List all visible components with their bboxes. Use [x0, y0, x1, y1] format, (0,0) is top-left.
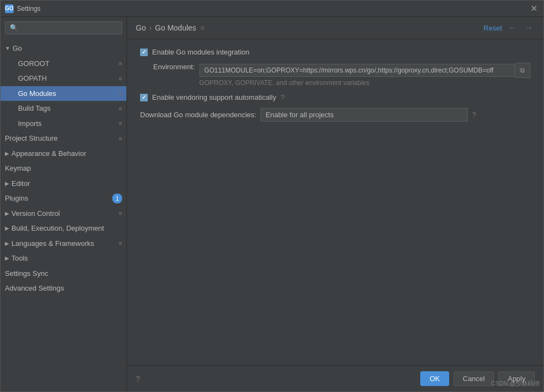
environment-input-wrap: ⧉ — [200, 63, 530, 78]
cancel-button[interactable]: Cancel — [454, 371, 494, 386]
env-copy-button[interactable]: ⧉ — [515, 63, 530, 78]
breadcrumb-parent: Go — [136, 23, 146, 32]
sidebar-item-advanced-settings-label: Advanced Settings — [5, 283, 64, 294]
enable-vendoring-label: Enable vendoring support automatically — [152, 93, 276, 101]
sidebar-item-go[interactable]: ▼ Go — [1, 41, 126, 56]
sidebar-item-languages-frameworks-label: Languages & Frameworks — [11, 238, 94, 249]
sidebar-item-plugins-label: Plugins — [5, 193, 28, 204]
download-help-icon[interactable]: ? — [472, 111, 476, 119]
sidebar-item-plugins[interactable]: Plugins 1 — [1, 191, 126, 206]
sidebar-item-imports-label: Imports — [18, 118, 41, 129]
project-structure-icon: ≡ — [119, 134, 122, 143]
main-header: Go › Go Modules ≡ Reset ← → — [127, 17, 543, 39]
sidebar-item-goroot[interactable]: GOROOT ≡ — [1, 56, 126, 71]
sidebar-nav: ▼ Go GOROOT ≡ GOPATH ≡ Go Modules ≡ — [1, 39, 126, 391]
expand-arrow-editor: ▶ — [5, 179, 9, 188]
window-title: Settings — [17, 5, 528, 13]
close-button[interactable]: ✕ — [528, 3, 539, 14]
sidebar-item-go-label: Go — [13, 43, 22, 54]
app-icon-text: GO — [5, 5, 14, 11]
search-box — [1, 17, 126, 39]
download-dependencies-row: Download Go module dependencies: Enable … — [140, 108, 530, 122]
sidebar-item-settings-sync[interactable]: Settings Sync — [1, 266, 126, 281]
sidebar-item-version-control[interactable]: ▶ Version Control ≡ — [1, 206, 126, 221]
sidebar-item-project-structure[interactable]: Project Structure ≡ — [1, 131, 126, 146]
build-tags-icon: ≡ — [119, 104, 122, 113]
sidebar-item-editor-label: Editor — [11, 178, 30, 189]
vendoring-help-icon[interactable]: ? — [281, 93, 285, 101]
environment-hint: GOPROXY, GOPRIVATE, and other environmen… — [200, 79, 530, 87]
help-footer-icon[interactable]: ? — [136, 375, 140, 383]
sidebar-item-version-control-label: Version Control — [11, 208, 60, 219]
expand-arrow-go: ▼ — [5, 44, 10, 52]
sidebar-item-goroot-label: GOROOT — [18, 58, 50, 69]
sidebar-item-tools-label: Tools — [11, 253, 28, 264]
sidebar-item-advanced-settings[interactable]: Advanced Settings — [1, 281, 126, 296]
expand-arrow-appearance: ▶ — [5, 149, 9, 158]
download-label: Download Go module dependencies: — [140, 111, 256, 119]
sidebar-item-go-modules-label: Go Modules — [18, 88, 56, 99]
sidebar-item-gopath-label: GOPATH — [18, 73, 47, 84]
sidebar-item-gopath[interactable]: GOPATH ≡ — [1, 71, 126, 86]
enable-modules-label: Enable Go modules integration — [152, 48, 250, 56]
sidebar-item-appearance-behavior[interactable]: ▶ Appearance & Behavior — [1, 146, 126, 161]
download-dropdown[interactable]: Enable for all projects Disable Ask — [261, 108, 468, 122]
sidebar-item-go-modules[interactable]: Go Modules ≡ — [1, 86, 126, 101]
enable-vendoring-row: ✓ Enable vendoring support automatically… — [140, 93, 530, 101]
settings-area: ✓ Enable Go modules integration Environm… — [127, 39, 543, 365]
enable-vendoring-checkbox[interactable]: ✓ — [140, 94, 148, 101]
search-input[interactable] — [5, 21, 122, 34]
enable-vendoring-checkbox-wrap[interactable]: ✓ Enable vendoring support automatically — [140, 93, 276, 101]
expand-arrow-tools: ▶ — [5, 254, 9, 262]
imports-icon: ≡ — [119, 119, 122, 128]
environment-block: Environment: ⧉ GOPROXY, GOPRIVATE, and o… — [140, 63, 530, 87]
sidebar-item-imports[interactable]: Imports ≡ — [1, 116, 126, 131]
breadcrumb-separator: › — [149, 23, 152, 32]
breadcrumb-icon: ≡ — [201, 24, 204, 32]
expand-arrow-vc: ▶ — [5, 209, 9, 218]
environment-row: Environment: ⧉ GOPROXY, GOPRIVATE, and o… — [153, 63, 530, 87]
sidebar-item-build-tags-label: Build Tags — [18, 103, 51, 114]
content-area: ▼ Go GOROOT ≡ GOPATH ≡ Go Modules ≡ — [1, 17, 543, 391]
watermark: CSDN @少林码僧 — [491, 379, 540, 388]
environment-input[interactable] — [200, 64, 515, 77]
sidebar-item-build-execution[interactable]: ▶ Build, Execution, Deployment — [1, 221, 126, 236]
enable-modules-checkbox[interactable]: ✓ — [140, 49, 148, 56]
plugins-badge: 1 — [112, 194, 122, 204]
expand-arrow-build: ▶ — [5, 224, 9, 232]
goroot-icon: ≡ — [119, 59, 122, 68]
titlebar: GO Settings ✕ — [1, 1, 543, 17]
enable-modules-row: ✓ Enable Go modules integration — [140, 48, 530, 56]
ok-button[interactable]: OK — [420, 371, 449, 386]
download-dropdown-wrap: Enable for all projects Disable Ask — [261, 108, 468, 122]
sidebar-item-settings-sync-label: Settings Sync — [5, 268, 49, 279]
settings-window: GO Settings ✕ ▼ Go GOROOT ≡ — [0, 0, 544, 392]
sidebar-item-languages-frameworks[interactable]: ▶ Languages & Frameworks ≡ — [1, 236, 126, 251]
app-icon: GO — [5, 4, 14, 13]
sidebar-item-keymap[interactable]: Keymap — [1, 161, 126, 176]
nav-forward-button[interactable]: → — [523, 22, 535, 33]
sidebar: ▼ Go GOROOT ≡ GOPATH ≡ Go Modules ≡ — [1, 17, 127, 391]
gopath-icon: ≡ — [119, 74, 122, 83]
sidebar-item-keymap-label: Keymap — [5, 163, 31, 174]
breadcrumb: Go › Go Modules ≡ — [136, 23, 483, 32]
sidebar-item-build-execution-label: Build, Execution, Deployment — [11, 223, 104, 234]
sidebar-item-editor[interactable]: ▶ Editor — [1, 176, 126, 191]
expand-arrow-languages: ▶ — [5, 239, 9, 248]
sidebar-item-appearance-behavior-label: Appearance & Behavior — [11, 148, 86, 159]
breadcrumb-current: Go Modules — [155, 23, 196, 32]
checkmark-enable-vendoring: ✓ — [142, 94, 146, 100]
sidebar-item-tools[interactable]: ▶ Tools — [1, 251, 126, 266]
languages-icon: ≡ — [119, 239, 122, 248]
nav-back-button[interactable]: ← — [506, 22, 518, 33]
reset-button[interactable]: Reset — [483, 24, 502, 32]
footer: ? OK Cancel Apply — [127, 365, 543, 391]
sidebar-item-build-tags[interactable]: Build Tags ≡ — [1, 101, 126, 116]
main-panel: Go › Go Modules ≡ Reset ← → ✓ — [127, 17, 543, 391]
enable-modules-checkbox-wrap[interactable]: ✓ Enable Go modules integration — [140, 48, 250, 56]
environment-label: Environment: — [153, 63, 195, 71]
environment-field-block: ⧉ GOPROXY, GOPRIVATE, and other environm… — [200, 63, 530, 87]
vc-icon: ≡ — [119, 209, 122, 218]
sidebar-item-project-structure-label: Project Structure — [5, 133, 58, 144]
header-actions: Reset ← → — [483, 22, 535, 33]
